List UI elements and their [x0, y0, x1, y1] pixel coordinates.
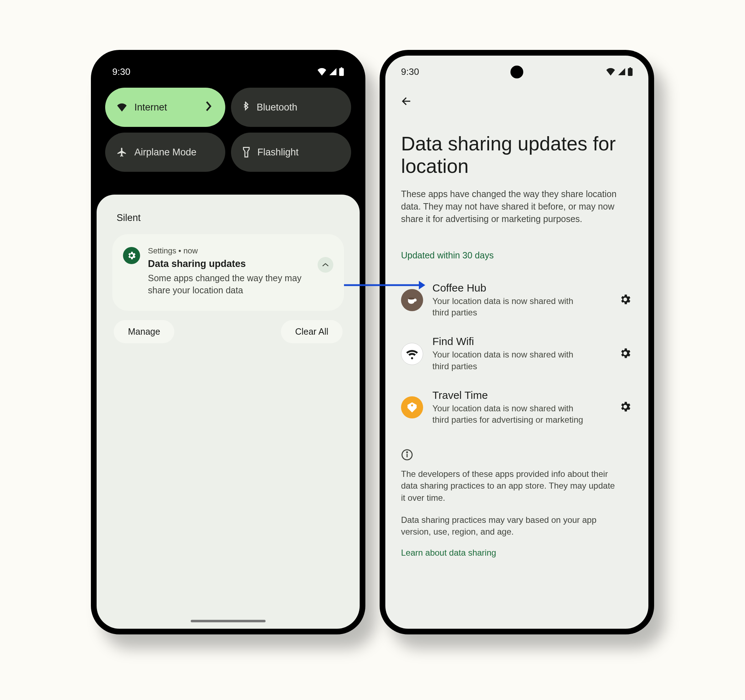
section-header: Updated within 30 days	[401, 250, 633, 260]
app-name: Travel Time	[432, 389, 609, 401]
battery-icon	[628, 67, 633, 76]
qs-label: Airplane Mode	[135, 147, 196, 158]
signal-icon	[329, 68, 337, 76]
qs-label: Flashlight	[257, 147, 299, 158]
settings-app-icon	[123, 247, 140, 264]
collapse-button[interactable]	[318, 257, 333, 273]
app-icon	[401, 396, 423, 419]
qs-label: Bluetooth	[257, 102, 297, 113]
qs-tile-internet[interactable]: Internet	[105, 88, 225, 127]
gear-icon	[619, 347, 632, 361]
svg-point-2	[411, 405, 413, 407]
app-icon	[401, 343, 423, 365]
gear-icon	[619, 400, 632, 414]
info-text-2: Data sharing practices may vary based on…	[401, 514, 615, 538]
notification-card[interactable]: Settings • now Data sharing updates Some…	[112, 234, 344, 311]
app-subtitle: Your location data is now shared with th…	[432, 295, 589, 319]
info-icon	[401, 449, 633, 462]
nav-handle[interactable]	[191, 620, 266, 622]
svg-point-1	[408, 298, 414, 300]
status-time: 9:30	[401, 66, 419, 77]
info-text-1: The developers of these apps provided in…	[401, 468, 615, 504]
flow-arrow-icon	[344, 278, 426, 292]
app-settings-button[interactable]	[618, 293, 633, 308]
status-icons	[606, 67, 633, 76]
bluetooth-icon	[242, 102, 250, 113]
app-name: Coffee Hub	[432, 282, 609, 294]
status-time: 9:30	[112, 66, 130, 77]
notification-title: Data sharing updates	[148, 259, 310, 269]
chevron-up-icon	[322, 263, 329, 267]
app-icon	[401, 289, 423, 311]
phone-right: 9:30 Data sharing updates for location T…	[380, 50, 654, 634]
chevron-right-icon	[205, 101, 212, 114]
wifi-icon	[117, 103, 127, 112]
app-settings-button[interactable]	[618, 400, 633, 415]
notification-meta: Settings • now	[148, 246, 310, 256]
flashlight-icon	[242, 147, 250, 158]
app-row[interactable]: Find WifiYour location data is now share…	[401, 327, 633, 381]
app-settings-button[interactable]	[618, 346, 633, 361]
app-row[interactable]: Coffee HubYour location data is now shar…	[401, 274, 633, 327]
learn-more-link[interactable]: Learn about data sharing	[401, 548, 633, 558]
clear-all-button[interactable]: Clear All	[281, 320, 343, 343]
wifi-icon	[317, 68, 327, 76]
silent-section-label: Silent	[117, 212, 340, 223]
qs-tile-bluetooth[interactable]: Bluetooth	[231, 88, 351, 127]
phone-left: 9:30 Internet	[91, 50, 365, 634]
manage-button[interactable]: Manage	[114, 320, 174, 343]
camera-punch-hole	[510, 66, 523, 78]
app-name: Find Wifi	[432, 335, 609, 347]
battery-icon	[339, 67, 344, 76]
airplane-icon	[117, 147, 127, 157]
app-subtitle: Your location data is now shared with th…	[432, 349, 589, 372]
arrow-back-icon	[401, 95, 413, 107]
page-description: These apps have changed the way they sha…	[401, 188, 633, 225]
status-bar: 9:30	[97, 55, 360, 88]
qs-tile-flashlight[interactable]: Flashlight	[231, 133, 351, 172]
qs-tile-airplane[interactable]: Airplane Mode	[105, 133, 225, 172]
svg-point-5	[407, 452, 407, 453]
page-title: Data sharing updates for location	[401, 133, 633, 178]
status-icons	[317, 67, 344, 76]
app-row[interactable]: Travel TimeYour location data is now sha…	[401, 381, 633, 434]
back-button[interactable]	[397, 91, 417, 111]
wifi-icon	[606, 68, 616, 76]
qs-label: Internet	[135, 102, 167, 113]
gear-icon	[619, 293, 632, 307]
app-subtitle: Your location data is now shared with th…	[432, 403, 589, 426]
signal-icon	[618, 68, 625, 76]
notification-body: Some apps changed the way they may share…	[148, 272, 310, 296]
